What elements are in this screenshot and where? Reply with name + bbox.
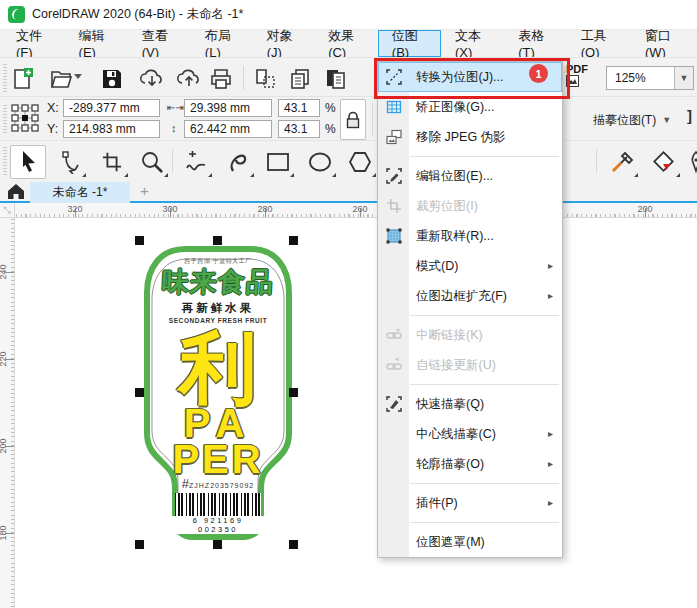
menu-item-remove-jpeg-artifacts[interactable]: 移除 JPEG 伪影: [378, 122, 562, 152]
save-icon: [100, 67, 124, 91]
new-tab-button[interactable]: +: [140, 182, 149, 199]
home-icon[interactable]: [7, 183, 25, 200]
zoom-level-combobox[interactable]: 125% ▼: [606, 66, 694, 90]
menu-item-plugins[interactable]: 插件(P): [378, 488, 562, 518]
y-position-field[interactable]: 214.983 mm: [63, 120, 160, 138]
shape-tool[interactable]: [52, 145, 88, 179]
barcode: [175, 493, 261, 516]
menu-item-inflate-bitmap[interactable]: 位图边框扩充(F): [378, 281, 562, 311]
ellipse-tool-icon: [307, 150, 333, 174]
menubar-item-window[interactable]: 窗口(W): [631, 30, 697, 57]
toolbar-grip[interactable]: [3, 64, 7, 92]
zoom-tool[interactable]: [134, 145, 170, 179]
menu-item-resample[interactable]: 重新取样(R)...: [378, 221, 562, 251]
save-button[interactable]: [97, 65, 127, 93]
scale-vertical-percent: %: [325, 122, 336, 136]
menubar-item-edit[interactable]: 编辑(E): [65, 30, 128, 57]
selection-handle-middle-right[interactable]: [289, 388, 298, 397]
flyout-indicator: [164, 173, 168, 177]
pen-tool[interactable]: [678, 145, 697, 179]
selection-handle-top-center[interactable]: [213, 236, 222, 245]
artistic-media-tool[interactable]: [220, 145, 256, 179]
scale-vertical-field[interactable]: 43.1: [278, 120, 320, 138]
resample-icon: [378, 228, 409, 244]
new-document-button[interactable]: [8, 65, 38, 93]
ellipse-tool[interactable]: [302, 145, 338, 179]
crop-bitmap-icon: [378, 198, 409, 214]
copy-icon: [288, 67, 312, 91]
selection-handle-top-left[interactable]: [135, 236, 144, 245]
toolbox-grip[interactable]: [3, 147, 7, 175]
menubar-item-object[interactable]: 对象(J): [253, 30, 314, 57]
vruler-label: 180: [0, 525, 8, 540]
vruler-label: 240: [0, 264, 8, 279]
trace-bitmap-button[interactable]: 描摹位图(T) ▼: [583, 105, 681, 135]
paste-button[interactable]: [250, 65, 280, 93]
window-title: CorelDRAW 2020 (64-Bit) - 未命名 -1*: [32, 6, 243, 23]
menubar-item-view[interactable]: 查看(V): [128, 30, 191, 57]
selection-handle-middle-left[interactable]: [135, 388, 144, 397]
open-from-cloud-button[interactable]: [137, 65, 167, 93]
menubar-item-layout[interactable]: 布局(L): [191, 30, 253, 57]
crop-tool[interactable]: [94, 145, 130, 179]
open-dropdown-caret[interactable]: [74, 74, 82, 79]
label-artwork[interactable]: 西子西湖·宁波特大工厂 味来食品 再新鲜水果 SECONDARY FRESH F…: [143, 245, 293, 541]
interactive-fill-tool[interactable]: [646, 145, 682, 179]
x-position-field[interactable]: -289.377 mm: [63, 99, 160, 117]
object-width-field[interactable]: 29.398 mm: [184, 99, 272, 117]
freehand-tool[interactable]: [178, 145, 214, 179]
lock-ratio-button[interactable]: [340, 99, 366, 140]
menu-item-quick-trace[interactable]: 快速描摹(Q): [378, 389, 562, 419]
object-origin-selector[interactable]: [10, 103, 40, 133]
object-height-field[interactable]: 62.442 mm: [184, 120, 272, 138]
paste-icon: [253, 67, 277, 91]
scale-horizontal-field[interactable]: 43.1: [278, 99, 320, 117]
rectangle-tool[interactable]: [260, 145, 296, 179]
hruler-label: 200: [637, 204, 652, 214]
menubar-item-effects[interactable]: 效果(C): [314, 30, 378, 57]
menu-item-edit-bitmap[interactable]: 编辑位图(E)...: [378, 161, 562, 191]
eyedropper-tool[interactable]: [604, 145, 640, 179]
barcode-digits: 6 921169 002350: [171, 516, 265, 534]
selection-handle-bottom-center[interactable]: [213, 540, 222, 549]
polygon-tool[interactable]: [342, 145, 378, 179]
selection-handle-bottom-right[interactable]: [289, 540, 298, 549]
selection-handle-top-right[interactable]: [289, 236, 298, 245]
menubar-item-file[interactable]: 文件(F): [2, 30, 65, 57]
menu-item-outline-trace[interactable]: 轮廓描摹(O): [378, 449, 562, 479]
save-to-cloud-button[interactable]: [174, 65, 204, 93]
propbar-grip[interactable]: [3, 105, 7, 133]
menu-item-centerline-trace[interactable]: 中心线描摹(C): [378, 419, 562, 449]
menubar-item-tools[interactable]: 工具(O): [567, 30, 631, 57]
eyedropper-icon: [610, 150, 634, 174]
ruler-origin[interactable]: ⤡: [0, 203, 15, 218]
menu-item-bitmap-mask[interactable]: 位图遮罩(M): [378, 527, 562, 557]
property-bar: X: -289.377 mm Y: 214.983 mm ⇤⇥ 29.398 m…: [0, 96, 697, 141]
open-button[interactable]: [46, 65, 76, 93]
x-position-label: X:: [47, 101, 59, 115]
origin-grid-icon: [10, 103, 40, 133]
object-height-icon: ↕: [171, 122, 177, 134]
drawing-canvas[interactable]: 西子西湖·宁波特大工厂 味来食品 再新鲜水果 SECONDARY FRESH F…: [15, 218, 697, 608]
menubar-item-bitmaps[interactable]: 位图(B): [378, 30, 441, 57]
menubar-item-text[interactable]: 文本(X): [441, 30, 504, 57]
menu-bar: 文件(F) 编辑(E) 查看(V) 布局(L) 对象(J) 效果(C) 位图(B…: [0, 30, 697, 57]
artistic-media-tool-icon: [226, 150, 250, 174]
print-button[interactable]: [206, 65, 236, 93]
docker-partial-icon[interactable]: ]: [687, 107, 692, 124]
menu-item-mode[interactable]: 模式(D): [378, 251, 562, 281]
scale-vertical-value: 43.1: [284, 122, 307, 136]
trace-bitmap-caret-icon: ▼: [662, 115, 671, 125]
cloud-download-icon: [139, 67, 165, 91]
label-subtitle-cn: 再新鲜水果: [143, 303, 293, 315]
menubar-item-table[interactable]: 表格(T): [504, 30, 567, 57]
copy-button[interactable]: [285, 65, 315, 93]
zoom-dropdown-caret-icon[interactable]: ▼: [674, 67, 693, 89]
y-position-label: Y:: [47, 122, 58, 136]
vruler-label: 200: [0, 438, 8, 453]
coreldraw-window: CorelDRAW 2020 (64-Bit) - 未命名 -1* 文件(F) …: [0, 0, 697, 608]
pick-tool[interactable]: [10, 145, 46, 179]
selection-handle-bottom-left[interactable]: [135, 540, 144, 549]
duplicate-button[interactable]: [320, 65, 350, 93]
document-tab[interactable]: 未命名 -1*: [30, 182, 130, 203]
